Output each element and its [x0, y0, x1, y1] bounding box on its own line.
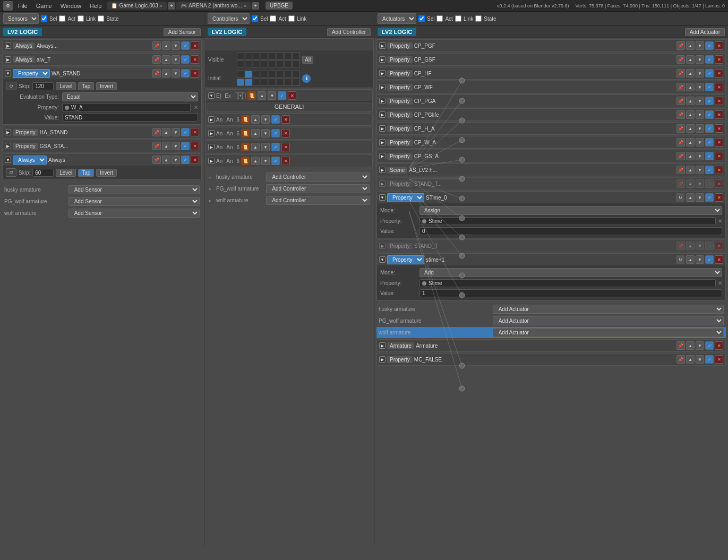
- act-cp-gsf-expand[interactable]: ▶: [379, 56, 386, 63]
- sensor-property2-down[interactable]: ▼: [172, 128, 180, 136]
- act-cp-ha-enable[interactable]: ✓: [705, 124, 714, 133]
- act-stime1-down[interactable]: ▼: [696, 255, 704, 264]
- sensor-always2-pin[interactable]: 📌: [152, 55, 161, 64]
- menu-window[interactable]: Window: [57, 2, 84, 10]
- act-cp-pga-up[interactable]: ▲: [686, 97, 695, 105]
- sensor-property2-expand[interactable]: ▶: [5, 129, 11, 135]
- controllers-scroll[interactable]: Visible: [204, 38, 374, 546]
- sensors-add-btn[interactable]: Add Sensor: [164, 28, 201, 36]
- sensor-always3-close[interactable]: ✕: [191, 156, 199, 164]
- vis-cell-10[interactable]: [245, 60, 252, 67]
- sensor-always2-close[interactable]: ✕: [191, 55, 199, 64]
- act-stand-t2-enable[interactable]: □: [705, 242, 714, 250]
- vis-cell-9[interactable]: [237, 60, 244, 67]
- init-cell-3[interactable]: [253, 71, 260, 78]
- act-cp-pglife-enable[interactable]: ✓: [705, 110, 714, 119]
- sensor-property1-eval-select[interactable]: Equal: [62, 92, 198, 101]
- menu-file[interactable]: File: [15, 2, 31, 10]
- sensor-property1-expand[interactable]: ▼: [5, 70, 11, 76]
- ctrl-sub4-enable[interactable]: ✓: [271, 157, 280, 165]
- sensor-property1-skip-input[interactable]: [32, 82, 54, 90]
- init-cell-6[interactable]: [277, 71, 284, 78]
- controllers-sel-checkbox[interactable]: [252, 15, 258, 22]
- ctrl-generali-close[interactable]: ✕: [288, 91, 296, 100]
- act-stime1-enable[interactable]: ✓: [705, 255, 714, 264]
- sensor-always3-level-btn[interactable]: Level: [56, 169, 76, 177]
- act-scene-pin[interactable]: 📌: [676, 166, 685, 174]
- ctrl-sub3-enable[interactable]: ✓: [271, 143, 280, 151]
- act-armature-select-3[interactable]: Add Actuator: [493, 328, 724, 337]
- act-cp-wf-pin[interactable]: 📌: [676, 83, 685, 91]
- ctrl-sub3-close[interactable]: ✕: [281, 143, 290, 151]
- ctrl-generali-expand[interactable]: ▼: [208, 92, 215, 99]
- act-cp-hf-enable[interactable]: ✓: [705, 69, 714, 77]
- act-cp-pgf-enable[interactable]: ✓: [705, 41, 714, 50]
- act-stand-t1-expand[interactable]: ▶: [379, 180, 386, 187]
- act-cp-wa-up[interactable]: ▲: [686, 138, 695, 147]
- sensor-property1-tap-btn[interactable]: Tap: [78, 82, 94, 90]
- init-cell-16[interactable]: [293, 79, 300, 86]
- init-cell-1[interactable]: [237, 71, 244, 78]
- sensor-always3-skip-input[interactable]: [32, 169, 54, 177]
- act-stime1-close[interactable]: ✕: [715, 255, 723, 264]
- act-cp-wa-close[interactable]: ✕: [715, 138, 723, 147]
- act-scene-expand[interactable]: ▶: [379, 167, 386, 173]
- act-armature-select-1[interactable]: Add Actuator: [493, 305, 724, 314]
- act-stime1-mode-select[interactable]: Add: [419, 268, 722, 277]
- sensor-always2-up[interactable]: ▲: [162, 55, 170, 64]
- sensor-always3-pin[interactable]: 📌: [152, 156, 161, 164]
- act-cp-hf-close[interactable]: ✕: [715, 69, 723, 77]
- sensor-always3-down[interactable]: ▼: [172, 156, 180, 164]
- actuators-scroll[interactable]: ▶ Property CP_PGF 📌 ▲ ▼ ✓ ✕ ▶ Property: [374, 38, 728, 546]
- act-stand-t1-up[interactable]: ▲: [686, 179, 695, 188]
- vis-all-btn[interactable]: All: [302, 56, 313, 64]
- act-stime1-type-select[interactable]: Property: [387, 255, 424, 264]
- act-cp-pglife-expand[interactable]: ▶: [379, 111, 386, 118]
- init-cell-11[interactable]: [253, 79, 260, 86]
- ctrl-sub1-expand[interactable]: ▶: [208, 116, 215, 123]
- act-cp-wa-expand[interactable]: ▶: [379, 139, 386, 145]
- act-stand-t2-pin[interactable]: 📌: [676, 242, 685, 250]
- actuators-add-btn[interactable]: Add Actuator: [685, 28, 725, 36]
- act-cp-gsa-up[interactable]: ▲: [686, 152, 695, 160]
- act-cp-pga-close[interactable]: ✕: [715, 97, 723, 105]
- act-cp-hf-up[interactable]: ▲: [686, 69, 695, 77]
- act-cp-wf-up[interactable]: ▲: [686, 83, 695, 91]
- controllers-add-btn[interactable]: Add Controller: [327, 28, 371, 36]
- vis-cell-13[interactable]: [269, 60, 276, 67]
- act-cp-pga-down[interactable]: ▼: [696, 97, 704, 105]
- vis-cell-2[interactable]: [245, 52, 252, 59]
- sensor-always2-expand[interactable]: ▶: [5, 56, 11, 63]
- act-cp-pgf-down[interactable]: ▼: [696, 41, 704, 50]
- act-stand-t2-expand[interactable]: ▶: [379, 243, 386, 249]
- act-cp-gsa-pin[interactable]: 📌: [676, 152, 685, 160]
- sensor-property3-down[interactable]: ▼: [172, 142, 180, 150]
- sensor-property2-up[interactable]: ▲: [162, 128, 170, 136]
- sensor-property3-close[interactable]: ✕: [191, 142, 199, 150]
- menu-help[interactable]: Help: [87, 2, 105, 10]
- init-cell-10[interactable]: [245, 79, 252, 86]
- sensors-sel-checkbox[interactable]: [41, 15, 47, 22]
- act-cp-gsa-enable[interactable]: ✓: [705, 152, 714, 160]
- act-cp-pgf-expand[interactable]: ▶: [379, 42, 386, 49]
- ctrl-sub2-close[interactable]: ✕: [281, 129, 290, 137]
- act-stime0-type-select[interactable]: Property: [387, 193, 424, 202]
- sensor-property3-expand[interactable]: ▶: [5, 143, 11, 149]
- engine-selector[interactable]: UPBGE: [265, 2, 293, 10]
- sensors-armature-select-3[interactable]: Add Sensor: [68, 209, 200, 218]
- act-cp-pgf-up[interactable]: ▲: [686, 41, 695, 50]
- sensor-property1-up[interactable]: ▲: [162, 69, 170, 77]
- act-cp-pga-pin[interactable]: 📌: [676, 97, 685, 105]
- sensor-property1-prop-clear[interactable]: ✕: [194, 105, 198, 110]
- vis-cell-8[interactable]: [293, 52, 300, 59]
- act-cp-hf-down[interactable]: ▼: [696, 69, 704, 77]
- sensor-always2-down[interactable]: ▼: [172, 55, 180, 64]
- ctrl-sub2-enable[interactable]: ✓: [271, 129, 280, 137]
- ctrl-sub2-expand[interactable]: ▶: [208, 130, 215, 136]
- act-stand-t1-pin[interactable]: 📌: [676, 179, 685, 188]
- init-cell-2[interactable]: [245, 71, 252, 78]
- act-armature-close[interactable]: ✕: [715, 341, 723, 350]
- controllers-link-checkbox[interactable]: [288, 15, 295, 22]
- actuators-state-checkbox[interactable]: [475, 15, 482, 22]
- ctrl-bracket-btn[interactable]: [+]: [235, 92, 246, 99]
